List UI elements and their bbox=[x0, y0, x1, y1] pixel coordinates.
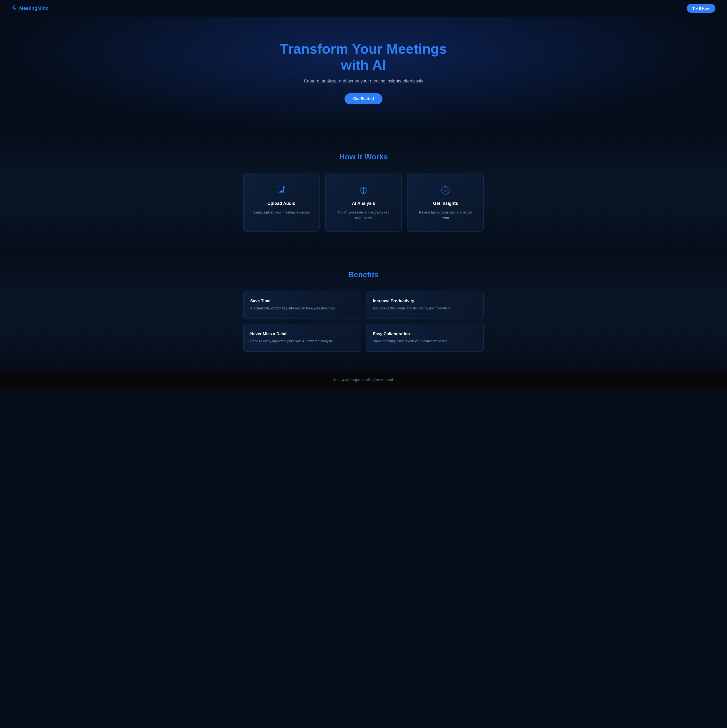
ai-analysis-card: AI Analysis Our AI processes and extract… bbox=[325, 173, 401, 232]
logo-container: MeetingMind bbox=[12, 5, 49, 12]
benefit-detail-desc: Capture every important point with AI-po… bbox=[250, 339, 354, 344]
upload-audio-card-desc: Simply upload your meeting recording bbox=[253, 210, 310, 215]
hero-section: Transform Your Meetings with AI Capture,… bbox=[0, 17, 727, 133]
how-it-works-cards: Upload Audio Simply upload your meeting … bbox=[243, 173, 484, 232]
svg-point-4 bbox=[280, 191, 282, 193]
upload-audio-card-title: Upload Audio bbox=[268, 201, 295, 206]
hero-subtitle: Capture, analyze, and act on your meetin… bbox=[304, 79, 423, 84]
footer-copyright: © 2024 MeetingMind. All rights reserved. bbox=[333, 378, 394, 382]
benefit-save-time-title: Save Time bbox=[250, 298, 354, 303]
brain-icon bbox=[358, 185, 369, 197]
benefit-save-time: Save Time Automatically extract key info… bbox=[243, 291, 361, 319]
upload-audio-card: Upload Audio Simply upload your meeting … bbox=[243, 173, 320, 232]
get-insights-card: Get Insights Review tasks, decisions, an… bbox=[407, 173, 484, 232]
get-started-button[interactable]: Get Started bbox=[344, 93, 383, 104]
benefits-section: Benefits Save Time Automatically extract… bbox=[0, 251, 727, 371]
svg-point-6 bbox=[442, 187, 449, 194]
how-it-works-title: How It Works bbox=[12, 153, 715, 161]
benefit-productivity-desc: Focus on action items and decisions, not… bbox=[373, 306, 477, 311]
benefit-detail-title: Never Miss a Detail bbox=[250, 332, 354, 336]
get-insights-card-desc: Review tasks, decisions, and action item… bbox=[415, 210, 476, 220]
audio-file-icon bbox=[276, 185, 287, 197]
logo-text: MeetingMind bbox=[19, 6, 49, 11]
ai-analysis-card-title: AI Analysis bbox=[352, 201, 375, 206]
benefit-detail: Never Miss a Detail Capture every import… bbox=[243, 324, 361, 352]
benefit-save-time-desc: Automatically extract key information fr… bbox=[250, 306, 354, 311]
hero-title: Transform Your Meetings with AI bbox=[279, 41, 448, 73]
check-circle-icon bbox=[440, 185, 451, 197]
how-it-works-section: How It Works Upload Audio Simply upload … bbox=[0, 133, 727, 251]
try-it-now-button[interactable]: Try It Now bbox=[687, 4, 715, 13]
get-insights-card-title: Get Insights bbox=[433, 201, 458, 206]
benefit-productivity-title: Increase Productivity bbox=[373, 298, 477, 303]
ai-analysis-card-desc: Our AI processes and extracts key inform… bbox=[333, 210, 393, 220]
benefits-grid: Save Time Automatically extract key info… bbox=[243, 291, 484, 352]
benefit-collaboration-title: Easy Collaboration bbox=[373, 332, 477, 336]
benefit-productivity: Increase Productivity Focus on action it… bbox=[366, 291, 484, 319]
benefits-title: Benefits bbox=[12, 270, 715, 279]
benefit-collaboration: Easy Collaboration Share meeting insight… bbox=[366, 324, 484, 352]
svg-rect-0 bbox=[14, 5, 15, 8]
mic-icon bbox=[12, 5, 17, 12]
footer: © 2024 MeetingMind. All rights reserved. bbox=[0, 371, 727, 389]
benefit-collaboration-desc: Share meeting insights with your team ef… bbox=[373, 339, 477, 344]
navbar: MeetingMind Try It Now bbox=[0, 0, 727, 17]
